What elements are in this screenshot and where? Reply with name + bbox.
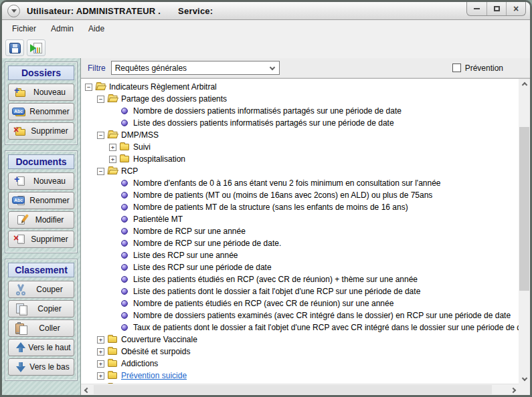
maximize-button[interactable] xyxy=(486,2,506,15)
collapse-toggle-icon[interactable]: − xyxy=(85,84,92,91)
tree-row[interactable]: Nombre de patients (MT ou (moins de 16an… xyxy=(85,189,519,201)
expand-toggle-icon[interactable]: + xyxy=(97,348,104,356)
tree-row[interactable]: +Hospitalisation xyxy=(85,153,519,165)
button-label: Couper xyxy=(28,285,71,294)
tree-row[interactable]: Liste des RCP sur une année xyxy=(85,249,519,261)
window-controls: × xyxy=(466,2,526,16)
menu-aide[interactable]: Aide xyxy=(81,21,112,36)
expand-toggle-icon[interactable]: + xyxy=(109,156,116,163)
prevention-checkbox[interactable] xyxy=(452,63,461,72)
tree-row[interactable]: Taux de patients dont le dossier a fait … xyxy=(85,321,519,334)
scroll-up-button[interactable] xyxy=(519,79,530,90)
run-button[interactable] xyxy=(27,39,46,56)
coller-button[interactable]: Coller xyxy=(8,319,74,337)
modifier-button[interactable]: Modifier xyxy=(8,211,74,229)
tree-item-label: RCP xyxy=(121,166,138,176)
tree-row[interactable]: Nombre de dossiers patients examinés (av… xyxy=(85,309,519,321)
tree-row[interactable]: Nombre d'enfants de 0 à 16 ans étant ven… xyxy=(85,177,519,189)
tree-row[interactable]: −Indicateurs Règlement Arbitral xyxy=(85,81,519,93)
scroll-left-button[interactable] xyxy=(81,384,92,395)
tree-item-label: Nombre de patients (MT ou (moins de 16an… xyxy=(133,190,432,200)
run-report-icon xyxy=(30,43,42,53)
tree-item-label: Liste des dossiers patients informatisés… xyxy=(133,118,394,128)
tree-row[interactable]: +Obésité et surpoids xyxy=(85,346,519,358)
tree-row[interactable]: +Addictions xyxy=(85,358,519,370)
query-icon xyxy=(119,262,131,273)
tree-row[interactable]: Nombre de patients MT de la structure (s… xyxy=(85,201,519,213)
vertical-scroll-thumb[interactable] xyxy=(519,127,529,291)
horizontal-scroll-thumb[interactable] xyxy=(94,385,492,394)
tree-row[interactable]: +Suivi xyxy=(85,141,519,153)
query-icon xyxy=(119,178,131,188)
query-icon xyxy=(119,190,131,201)
vertical-scrollbar[interactable] xyxy=(519,79,530,384)
paste-icon xyxy=(13,322,28,334)
supprimer-button[interactable]: ×Supprimer xyxy=(8,122,74,140)
tree-row[interactable]: Liste des dossiers patients informatisés… xyxy=(85,117,519,129)
renommer-button[interactable]: AbcRenommer xyxy=(8,103,74,120)
folder-open-icon xyxy=(95,82,107,92)
tree-item-label: Liste des RCP sur une année xyxy=(133,251,238,260)
renommer-button[interactable]: AbcRenommer xyxy=(8,192,74,209)
supprimer-button[interactable]: ×Supprimer xyxy=(8,231,74,248)
folder-closed-icon xyxy=(107,346,119,357)
expand-toggle-icon[interactable]: + xyxy=(97,336,104,344)
tree-row[interactable]: Patientèle MT xyxy=(85,213,519,225)
query-icon xyxy=(119,274,131,285)
vers-le-haut-button[interactable]: Vers le haut xyxy=(8,339,74,356)
tree-item-label: Nombre de patients MT de la structure (s… xyxy=(133,203,408,212)
tree-item-label: Taux de patients dont le dossier a fait … xyxy=(133,323,519,332)
tree-row[interactable]: Nombre de RCP sur une année xyxy=(85,225,519,237)
filter-dropdown[interactable]: Requêtes générales xyxy=(111,61,280,75)
scroll-down-button[interactable] xyxy=(519,372,530,384)
tree-row[interactable]: Nombre de patients étudiés en RCP (avec … xyxy=(85,297,519,309)
button-label: Vers le bas xyxy=(28,362,71,372)
expand-toggle-icon[interactable]: + xyxy=(97,360,104,368)
folder-open-icon xyxy=(107,94,119,104)
scroll-right-button[interactable] xyxy=(507,384,519,395)
tree-row[interactable]: Liste des patients dont le dossier a fai… xyxy=(85,285,519,297)
minimize-button[interactable] xyxy=(467,2,486,15)
query-icon xyxy=(119,322,131,333)
tree-row[interactable]: −RCP xyxy=(85,165,519,177)
tree-row[interactable]: Liste des RCP sur une période de date xyxy=(85,261,519,273)
tree-item-label: Partage des dossiers patients xyxy=(121,94,227,104)
tree-row[interactable]: Nombre de dossiers patients informatisés… xyxy=(85,105,519,117)
vers-le-bas-button[interactable]: Vers le bas xyxy=(8,358,74,376)
folder-plus-icon: + xyxy=(13,86,28,98)
menu-fichier[interactable]: Fichier xyxy=(5,21,43,36)
tree-row[interactable]: Liste des patients étudiés en RCP (avec … xyxy=(85,273,519,285)
tree-item-label: Nombre de dossiers patients examinés (av… xyxy=(133,311,511,320)
sidebar-section-classement: ClassementCouperCopierCollerVers le haut… xyxy=(5,259,78,381)
chevron-left-icon xyxy=(84,387,89,392)
couper-button[interactable]: Couper xyxy=(8,281,74,298)
button-label: Supprimer xyxy=(28,126,71,136)
system-menu-button[interactable] xyxy=(7,5,20,17)
horizontal-scrollbar[interactable] xyxy=(81,384,519,395)
expand-toggle-icon[interactable]: + xyxy=(109,144,116,151)
tree-row[interactable]: −Partage des dossiers patients xyxy=(85,93,519,105)
window-title-user: Utilisateur: ADMINISTRATEUR . xyxy=(27,6,161,16)
collapse-toggle-icon[interactable]: − xyxy=(97,168,104,175)
floppy-disk-icon xyxy=(9,43,21,53)
expand-toggle-icon[interactable]: + xyxy=(97,372,104,380)
folder-closed-icon xyxy=(119,142,131,152)
filter-bar: Filtre Requêtes générales Prévention xyxy=(81,58,530,78)
tree-row[interactable]: +Couverture Vaccinale xyxy=(85,334,519,346)
sidebar-section-documents: Documents+NouveauAbcRenommerModifier×Sup… xyxy=(5,150,78,253)
menu-admin[interactable]: Admin xyxy=(43,21,81,36)
title-bar: Utilisateur: ADMINISTRATEUR . Service: × xyxy=(2,2,530,20)
scrollbar-corner xyxy=(519,384,530,395)
tree-row[interactable]: Nombre de RCP sur une période de date. xyxy=(85,237,519,249)
save-button[interactable] xyxy=(5,39,24,56)
close-button[interactable]: × xyxy=(506,2,525,15)
tree-row[interactable]: −DMP/MSS xyxy=(85,129,519,141)
collapse-toggle-icon[interactable]: − xyxy=(97,96,104,103)
main-panel: Filtre Requêtes générales Prévention −In… xyxy=(81,58,530,395)
collapse-toggle-icon[interactable]: − xyxy=(97,132,104,139)
tree-row[interactable]: +Prévention suicide xyxy=(85,370,519,382)
close-icon: × xyxy=(513,4,519,13)
copier-button[interactable]: Copier xyxy=(8,300,74,317)
nouveau-button[interactable]: +Nouveau xyxy=(8,84,74,101)
nouveau-button[interactable]: +Nouveau xyxy=(8,172,74,190)
